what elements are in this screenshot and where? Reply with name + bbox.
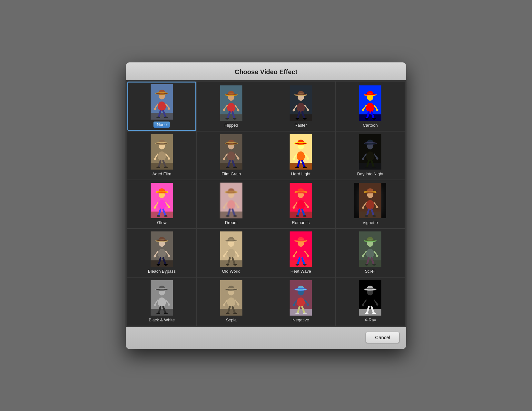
svg-point-129 [153,206,156,209]
effect-thumbnail-black-white [146,280,178,316]
svg-point-137 [227,200,235,210]
effect-cell-black-white[interactable]: Black & White [127,278,196,326]
effect-cell-negative[interactable]: Negative [266,278,335,326]
svg-rect-196 [220,260,242,267]
effect-cell-hard-light[interactable]: Hard Light [266,132,335,180]
effect-label-dream: Dream [225,220,238,225]
effect-label-black-white: Black & White [149,318,175,322]
svg-point-268 [226,312,230,314]
effect-cell-flipped[interactable]: Flipped [197,82,266,131]
svg-rect-121 [151,211,173,218]
svg-rect-241 [151,309,173,316]
svg-rect-256 [220,309,242,316]
effect-cell-film-grain[interactable]: Film Grain [197,132,266,180]
svg-rect-271 [290,309,312,316]
effect-cell-day-into-night[interactable]: Day into Night [336,132,405,180]
svg-rect-286 [359,309,381,316]
svg-point-275 [298,286,304,290]
svg-point-290 [367,286,373,290]
svg-point-148 [226,215,230,217]
effect-cell-romantic[interactable]: Romantic [266,180,335,228]
svg-point-152 [297,200,305,210]
effect-thumbnail-x-ray [354,280,386,316]
svg-point-279 [292,304,295,306]
effects-grid: None Flipped [126,80,406,327]
effect-label-glow: Glow [157,220,167,225]
svg-point-160 [307,206,309,208]
svg-point-5 [159,90,165,94]
svg-point-272 [297,297,305,307]
effect-label-heat-wave: Heat Wave [291,269,311,274]
effect-thumbnail-cartoon [354,85,386,121]
effect-thumbnail-old-world [215,231,247,267]
svg-point-212 [297,249,305,258]
svg-point-224 [303,264,307,266]
svg-point-264 [223,304,225,306]
effect-thumbnail-vignette [354,183,386,218]
video-effect-dialog: Choose Video Effect [126,62,406,349]
svg-point-70 [168,157,170,160]
cancel-button[interactable]: Cancel [366,332,399,343]
effect-label-sci-fi: Sci-Fi [365,269,376,274]
svg-point-99 [292,158,295,160]
effect-label-aged-film: Aged Film [152,171,171,176]
svg-rect-31 [290,114,312,121]
effect-thumbnail-none [146,84,178,120]
svg-point-220 [307,255,309,257]
effect-cell-bleach-bypass[interactable]: Bleach Bypass [127,229,196,277]
svg-point-249 [153,304,156,306]
effect-thumbnail-heat-wave [285,231,317,267]
svg-point-265 [237,303,240,306]
svg-point-77 [227,151,235,161]
svg-point-167 [366,200,374,210]
effect-label-old-world: Old World [222,269,241,274]
svg-point-163 [295,215,299,217]
svg-point-119 [372,166,376,168]
effect-cell-old-world[interactable]: Old World [197,229,266,277]
svg-point-85 [237,157,240,160]
effect-cell-sepia[interactable]: Sepia [197,278,266,326]
svg-point-149 [233,215,237,217]
effect-thumbnail-dream [215,183,247,218]
effect-label-flipped: Flipped [224,123,238,128]
svg-point-84 [223,158,225,160]
svg-point-59 [372,118,376,120]
effect-cell-dream[interactable]: Dream [197,180,266,228]
svg-point-235 [376,255,379,257]
svg-point-95 [298,140,304,144]
svg-point-178 [365,215,369,217]
effect-cell-heat-wave[interactable]: Heat Wave [266,229,335,277]
svg-point-230 [367,237,373,241]
effect-label-sepia: Sepia [226,318,237,322]
svg-point-125 [159,188,165,193]
svg-rect-106 [359,163,381,170]
effect-cell-cartoon[interactable]: Cartoon [336,82,405,131]
svg-rect-91 [290,163,312,170]
svg-point-104 [303,166,307,168]
svg-point-32 [297,103,305,112]
svg-point-89 [233,166,237,168]
effect-cell-x-ray[interactable]: X-Ray [336,278,405,326]
effect-cell-aged-film[interactable]: Aged Film [127,132,196,180]
svg-point-14 [164,116,168,118]
effect-label-day-into-night: Day into Night [357,171,383,176]
svg-rect-181 [151,260,173,267]
svg-point-194 [164,264,168,266]
svg-point-242 [158,297,166,307]
effect-cell-vignette[interactable]: Vignette [336,180,405,228]
effect-cell-sci-fi[interactable]: Sci-Fi [336,229,405,277]
svg-rect-211 [290,260,312,267]
svg-point-179 [372,215,376,217]
svg-point-44 [303,118,307,120]
svg-point-92 [297,151,305,161]
effect-thumbnail-romantic [285,183,317,218]
svg-point-200 [228,237,234,241]
svg-point-80 [228,140,234,144]
effect-cell-raster[interactable]: Raster [266,82,335,131]
svg-point-164 [303,215,307,217]
effect-cell-glow[interactable]: Glow [127,180,196,228]
effect-label-vignette: Vignette [363,220,378,225]
svg-point-9 [153,108,156,110]
effect-cell-none[interactable]: None [127,82,196,131]
svg-point-115 [376,157,379,160]
